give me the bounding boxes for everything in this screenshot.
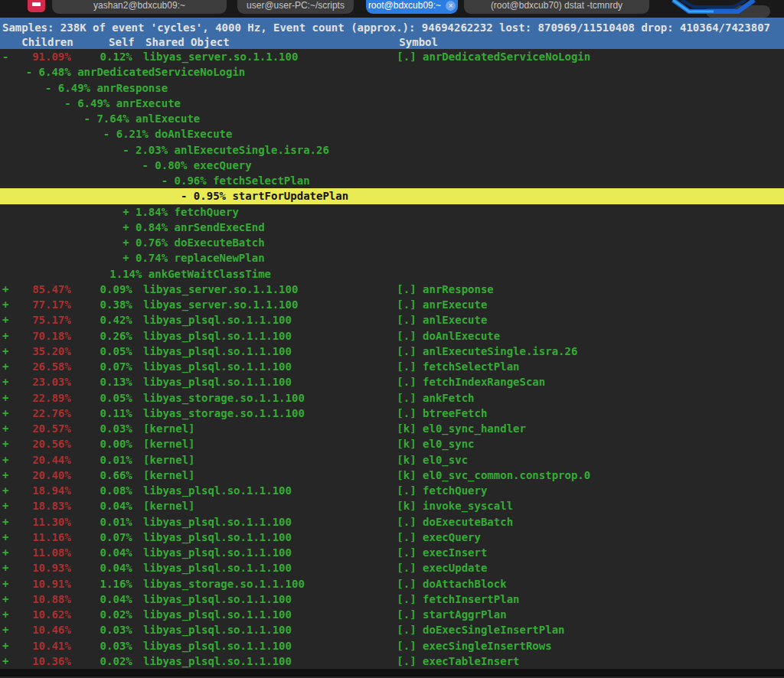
perf-tree-row[interactable]: - 6.48% anrDedicatedServiceNoLogin	[0, 64, 784, 80]
self-percent: 0.03%	[71, 421, 132, 436]
perf-entry-row[interactable]: +75.17%0.42%libyas_plsql.so.1.1.100[.] a…	[0, 312, 784, 328]
symbol: [.] anlExecuteSingle.isra.26	[397, 344, 577, 359]
perf-tree-row[interactable]: - 0.96% fetchSelectPlan	[0, 173, 784, 188]
call-tree-node: - 6.49% anrResponse	[45, 80, 168, 96]
perf-entry-row[interactable]: +20.44%0.01%[kernel][k] el0_svc	[0, 452, 784, 468]
perf-tree-row[interactable]: - 6.49% anrExecute	[0, 96, 784, 111]
shared-object: libyas_plsql.so.1.1.100	[143, 638, 292, 654]
shared-object: libyas_storage.so.1.1.100	[143, 406, 305, 421]
perf-entry-row[interactable]: +10.88%0.04%libyas_plsql.so.1.1.100[.] f…	[0, 592, 784, 607]
symbol: [.] fetchSelectPlan	[397, 359, 519, 374]
children-percent: 10.93%	[6, 560, 70, 575]
shared-object: libyas_plsql.so.1.1.100	[143, 514, 292, 530]
perf-tree-row[interactable]: + 0.84% anrSendExecEnd	[0, 220, 784, 235]
perf-summary-line: Samples: 238K of event 'cycles', 4000 Hz…	[2, 21, 784, 35]
symbol: [.] execSingleInsertRows	[397, 638, 551, 654]
self-percent: 0.01%	[71, 514, 132, 530]
perf-entry-row[interactable]: +20.40%0.66%[kernel][k] el0_svc_common.c…	[0, 468, 784, 483]
perf-report-rows: -91.09%0.12%libyas_server.so.1.1.100[.] …	[0, 49, 784, 669]
children-percent: 22.89%	[6, 390, 70, 406]
symbol: [.] startAggrPlan	[397, 607, 506, 622]
shared-object: libyas_plsql.so.1.1.100	[143, 654, 292, 669]
perf-entry-row[interactable]: +77.17%0.38%libyas_server.so.1.1.100[.] …	[0, 297, 784, 312]
symbol: [.] doAttachBlock	[397, 576, 506, 592]
perf-entry-row[interactable]: +20.56%0.00%[kernel][k] el0_sync	[0, 436, 784, 451]
call-tree-node: - 6.48% anrDedicatedServiceNoLogin	[26, 64, 246, 80]
tab-label: root@bdxcub09:~	[368, 0, 441, 11]
perf-entry-row[interactable]: +10.91%1.16%libyas_storage.so.1.1.100[.]…	[0, 576, 784, 592]
perf-entry-row[interactable]: +10.46%0.03%libyas_plsql.so.1.1.100[.] d…	[0, 622, 784, 637]
perf-tree-row[interactable]: 1.14% ankGetWaitClassTime	[0, 266, 784, 282]
symbol: [.] ankFetch	[397, 390, 474, 406]
children-percent: 77.17%	[6, 297, 70, 312]
perf-entry-row[interactable]: +10.41%0.03%libyas_plsql.so.1.1.100[.] e…	[0, 638, 784, 654]
children-percent: 10.62%	[6, 607, 70, 622]
perf-entry-row[interactable]: +23.03%0.13%libyas_plsql.so.1.1.100[.] f…	[0, 374, 784, 390]
app-menu-button[interactable]	[28, 0, 45, 12]
perf-entry-row[interactable]: +35.20%0.05%libyas_plsql.so.1.1.100[.] a…	[0, 344, 784, 359]
self-percent: 0.12%	[71, 49, 132, 64]
terminal-tab[interactable]: root@bdxcub09:~×	[366, 0, 458, 14]
perf-entry-row[interactable]: +18.94%0.08%libyas_plsql.so.1.1.100[.] f…	[0, 483, 784, 498]
self-percent: 0.08%	[71, 483, 132, 498]
call-tree-node: - 6.49% anrExecute	[64, 96, 181, 111]
perf-tree-row[interactable]: - 6.21% doAnlExecute	[0, 126, 784, 142]
perf-tree-row[interactable]: - 0.80% execQuery	[0, 158, 784, 173]
shared-object: libyas_plsql.so.1.1.100	[143, 592, 292, 607]
perf-tree-row[interactable]: - 0.95% startForUpdatePlan	[0, 188, 784, 204]
perf-tree-row[interactable]: - 7.64% anlExecute	[0, 111, 784, 126]
children-percent: 10.91%	[6, 576, 70, 592]
perf-entry-row[interactable]: +70.18%0.26%libyas_plsql.so.1.1.100[.] d…	[0, 328, 784, 344]
call-tree-node: - 0.95% startForUpdatePlan	[181, 188, 348, 204]
shared-object: libyas_server.so.1.1.100	[143, 297, 298, 312]
column-header-children: Children	[8, 35, 73, 50]
symbol: [.] anrResponse	[397, 282, 493, 297]
perf-tree-row[interactable]: - 2.03% anlExecuteSingle.isra.26	[0, 142, 784, 158]
terminal-tab[interactable]: yashan2@bdxcub09:~	[52, 0, 227, 14]
children-percent: 10.36%	[6, 654, 70, 669]
perf-entry-row[interactable]: +26.58%0.07%libyas_plsql.so.1.1.100[.] f…	[0, 359, 784, 374]
call-tree-node: - 2.03% anlExecuteSingle.isra.26	[122, 142, 329, 158]
perf-tree-row[interactable]: + 0.76% doExecuteBatch	[0, 235, 784, 250]
shared-object: libyas_plsql.so.1.1.100	[143, 374, 292, 390]
tab-label: (root@bdxcub70) dstat -tcmnrdy	[491, 0, 622, 11]
self-percent: 0.42%	[71, 312, 132, 328]
symbol: [.] fetchIndexRangeScan	[397, 374, 545, 390]
perf-entry-row[interactable]: +85.47%0.09%libyas_server.so.1.1.100[.] …	[0, 282, 784, 297]
column-header-self: Self	[74, 35, 135, 50]
perf-entry-row[interactable]: +18.83%0.04%[kernel][k] invoke_syscall	[0, 498, 784, 513]
perf-entry-row[interactable]: +10.62%0.02%libyas_plsql.so.1.1.100[.] s…	[0, 607, 784, 622]
symbol: [.] execUpdate	[397, 560, 487, 575]
perf-entry-row[interactable]: +10.93%0.04%libyas_plsql.so.1.1.100[.] e…	[0, 560, 784, 575]
self-percent: 0.02%	[71, 607, 132, 622]
perf-entry-row[interactable]: +10.36%0.02%libyas_plsql.so.1.1.100[.] e…	[0, 654, 784, 669]
symbol: [k] invoke_syscall	[397, 498, 513, 513]
self-percent: 0.03%	[71, 638, 132, 654]
call-tree-node: + 0.74% replaceNewPlan	[122, 250, 264, 266]
call-tree-node: + 1.84% fetchQuery	[122, 204, 239, 220]
tab-close-icon[interactable]: ×	[446, 1, 456, 11]
children-percent: 20.44%	[6, 452, 70, 468]
perf-entry-row[interactable]: +20.57%0.03%[kernel][k] el0_sync_handler	[0, 421, 784, 436]
perf-tree-row[interactable]: + 1.84% fetchQuery	[0, 204, 784, 220]
perf-tree-row[interactable]: - 6.49% anrResponse	[0, 80, 784, 96]
perf-entry-row[interactable]: +22.89%0.05%libyas_storage.so.1.1.100[.]…	[0, 390, 784, 406]
symbol: [.] doAnlExecute	[397, 328, 500, 344]
symbol: [.] btreeFetch	[397, 406, 487, 421]
self-percent: 0.04%	[71, 592, 132, 607]
terminal-tab[interactable]: (root@bdxcub70) dstat -tcmnrdy	[464, 0, 649, 14]
perf-entry-row[interactable]: +11.16%0.07%libyas_plsql.so.1.1.100[.] e…	[0, 530, 784, 545]
shared-object: [kernel]	[143, 436, 194, 451]
perf-entry-row[interactable]: +11.08%0.04%libyas_plsql.so.1.1.100[.] e…	[0, 545, 784, 560]
terminal-tab[interactable]: user@user-PC:~/scripts	[237, 0, 354, 14]
shared-object: [kernel]	[143, 452, 194, 468]
children-percent: 20.56%	[6, 436, 70, 451]
shared-object: libyas_plsql.so.1.1.100	[143, 560, 292, 575]
self-percent: 0.03%	[71, 622, 132, 637]
perf-entry-row[interactable]: +11.30%0.01%libyas_plsql.so.1.1.100[.] d…	[0, 514, 784, 530]
symbol: [k] el0_sync	[397, 436, 474, 451]
perf-entry-row[interactable]: -91.09%0.12%libyas_server.so.1.1.100[.] …	[0, 49, 784, 64]
shared-object: libyas_plsql.so.1.1.100	[143, 344, 292, 359]
perf-entry-row[interactable]: +22.76%0.11%libyas_storage.so.1.1.100[.]…	[0, 406, 784, 421]
perf-tree-row[interactable]: + 0.74% replaceNewPlan	[0, 250, 784, 266]
